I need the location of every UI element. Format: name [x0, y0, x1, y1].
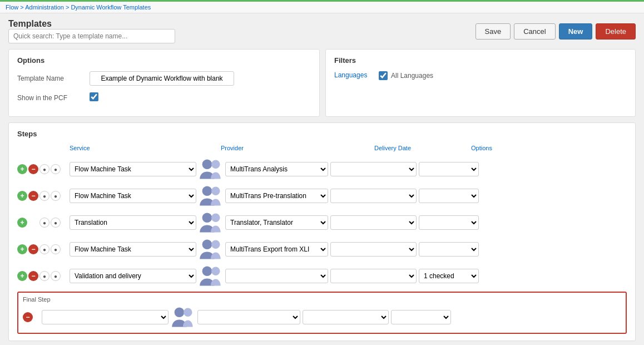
table-row: + − ● ● Flow Machine Task MultiTrans Exp… [17, 237, 627, 262]
delivery-select[interactable] [330, 215, 417, 230]
options-select[interactable] [419, 162, 479, 176]
final-service-select[interactable] [42, 310, 169, 324]
add-step-button[interactable]: + [17, 191, 27, 201]
final-step-section: Final Step − [17, 292, 627, 334]
table-row: + − ● ● Flow Machine Task MultiTrans Pre… [17, 184, 627, 208]
user-icon [199, 184, 223, 208]
user-icon [199, 210, 223, 235]
provider-select[interactable]: MultiTrans Analysis [225, 162, 328, 176]
svg-point-0 [202, 159, 212, 169]
provider-select[interactable]: MultiTrans Pre-translation [225, 189, 328, 203]
options-select[interactable] [419, 215, 479, 230]
move-up-button[interactable]: ● [39, 191, 49, 201]
add-step-button[interactable]: + [17, 218, 27, 228]
breadcrumb-sep2: > [66, 4, 71, 11]
svg-point-1 [211, 160, 220, 169]
provider-select[interactable] [225, 269, 328, 283]
steps-panel-title: Steps [17, 130, 627, 138]
show-pcf-checkbox[interactable] [90, 92, 98, 101]
service-select[interactable]: Flow Machine Task [70, 242, 196, 257]
all-languages-label: All Languages [391, 72, 433, 80]
remove-step-button[interactable]: − [28, 271, 38, 281]
svg-point-8 [202, 266, 212, 276]
new-button[interactable]: New [559, 23, 593, 40]
breadcrumb-sep1: > [20, 4, 25, 11]
move-down-button[interactable]: ● [51, 164, 61, 174]
template-name-label: Template Name [17, 75, 90, 82]
table-row: + ● ● Translation Translator, Translator [17, 210, 627, 235]
col-provider-header: Provider [221, 145, 332, 151]
final-provider-select[interactable] [197, 310, 300, 324]
col-service-header: Service [70, 145, 209, 151]
user-icon [199, 264, 223, 288]
delivery-select[interactable] [330, 162, 417, 176]
remove-step-button[interactable]: − [28, 164, 38, 174]
table-row: + − ● ● Flow Machine Task MultiTrans Ana… [17, 157, 627, 181]
col-delivery-header: Delivery Date [374, 145, 469, 151]
remove-step-button[interactable]: − [28, 191, 38, 201]
move-up-button[interactable]: ● [39, 244, 49, 254]
final-step-label: Final Step [23, 296, 621, 303]
service-select[interactable]: Flow Machine Task [70, 162, 196, 176]
user-icon [199, 157, 223, 181]
svg-point-11 [184, 308, 192, 317]
service-select[interactable]: Translation [70, 215, 196, 230]
final-delivery-select[interactable] [303, 310, 389, 324]
breadcrumb-flow[interactable]: Flow [6, 4, 18, 11]
svg-point-7 [211, 240, 220, 249]
provider-select[interactable]: Translator, Translator [225, 215, 328, 230]
user-icon [171, 305, 195, 329]
move-down-button[interactable]: ● [51, 218, 61, 228]
move-up-button[interactable]: ● [39, 271, 49, 281]
options-select[interactable] [419, 189, 479, 203]
move-down-button[interactable]: ● [51, 244, 61, 254]
move-down-button[interactable]: ● [51, 191, 61, 201]
options-select[interactable]: 1 checked [419, 269, 479, 283]
breadcrumb-current: Dynamic Workflow Templates [71, 4, 151, 11]
move-down-button[interactable]: ● [51, 271, 61, 281]
add-step-button[interactable]: + [17, 271, 27, 281]
all-languages-checkbox[interactable] [379, 71, 388, 80]
col-options-header: Options [471, 145, 538, 151]
remove-step-button[interactable]: − [28, 244, 38, 254]
steps-panel: Steps Service Provider Delivery Date Opt… [8, 122, 636, 341]
final-options-select[interactable] [391, 310, 451, 324]
provider-select[interactable]: MultiTrans Export from XLI [225, 242, 328, 257]
svg-point-5 [211, 214, 220, 222]
add-step-button[interactable]: + [17, 244, 27, 254]
page-title: Templates [8, 19, 175, 29]
delivery-select[interactable] [330, 269, 417, 283]
breadcrumb-admin[interactable]: Administration [25, 4, 64, 11]
move-up-button[interactable]: ● [39, 164, 49, 174]
move-up-button[interactable]: ● [39, 218, 49, 228]
languages-label: Languages [334, 71, 373, 79]
table-row: + − ● ● Validation and delivery 1 checke… [17, 264, 627, 288]
options-panel: Options Template Name Show in the PCF [8, 49, 320, 117]
svg-point-10 [175, 307, 185, 317]
show-pcf-label: Show in the PCF [17, 94, 90, 102]
service-select[interactable]: Validation and delivery [70, 269, 196, 283]
template-name-input[interactable] [90, 71, 234, 86]
user-icon [199, 237, 223, 262]
search-input[interactable] [8, 29, 175, 43]
service-select[interactable]: Flow Machine Task [70, 189, 196, 203]
filters-panel: Filters Languages All Languages [325, 49, 636, 117]
add-step-button[interactable]: + [17, 164, 27, 174]
delivery-select[interactable] [330, 242, 417, 257]
options-panel-title: Options [17, 56, 311, 65]
save-button[interactable]: Save [475, 23, 511, 40]
breadcrumb: Flow > Administration > Dynamic Workflow… [0, 2, 644, 13]
options-select[interactable] [419, 242, 479, 257]
svg-point-2 [202, 186, 212, 196]
svg-point-3 [211, 187, 220, 195]
svg-point-6 [202, 239, 212, 249]
svg-point-9 [211, 267, 220, 275]
filters-panel-title: Filters [334, 56, 627, 65]
cancel-button[interactable]: Cancel [514, 23, 555, 40]
delete-button[interactable]: Delete [596, 23, 636, 40]
delivery-select[interactable] [330, 189, 417, 203]
remove-final-step-button[interactable]: − [23, 312, 33, 322]
svg-point-4 [202, 213, 212, 223]
